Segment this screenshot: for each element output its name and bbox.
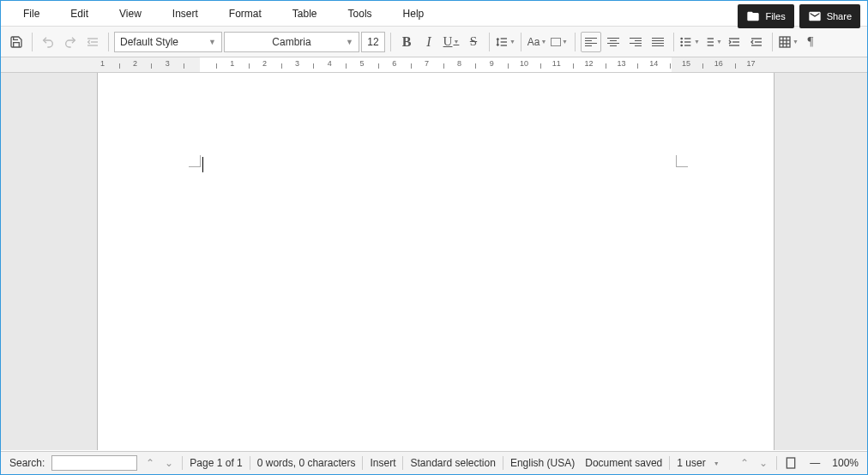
align-right-button[interactable] bbox=[625, 32, 646, 52]
word-count[interactable]: 0 words, 0 characters bbox=[257, 457, 356, 469]
separator bbox=[32, 33, 33, 51]
share-button[interactable]: Share bbox=[799, 4, 860, 28]
chevron-down-icon: ▼ bbox=[716, 39, 722, 45]
save-button[interactable] bbox=[6, 32, 27, 52]
chevron-down-icon: ▼ bbox=[346, 38, 353, 46]
menu-table[interactable]: Table bbox=[277, 8, 333, 20]
selection-mode[interactable]: Standard selection bbox=[410, 457, 495, 469]
separator bbox=[673, 33, 674, 51]
align-center-icon bbox=[607, 38, 619, 46]
paragraph-marks-button[interactable]: ¶ bbox=[800, 32, 821, 52]
document-page[interactable] bbox=[97, 73, 775, 450]
ruler-tick bbox=[702, 63, 703, 69]
svg-rect-22 bbox=[780, 37, 790, 47]
ruler-tick bbox=[184, 63, 184, 69]
line-spacing-button[interactable]: ▼ bbox=[495, 32, 515, 52]
italic-button[interactable]: I bbox=[419, 32, 439, 52]
font-size-combo[interactable]: 12 bbox=[361, 32, 385, 52]
ruler-number: 2 bbox=[133, 59, 137, 68]
case-button[interactable]: Aa▼ bbox=[527, 32, 547, 52]
page-up-button[interactable]: ⌃ bbox=[738, 457, 750, 469]
indent-dec-button[interactable] bbox=[746, 32, 767, 52]
menu-format[interactable]: Format bbox=[214, 8, 277, 20]
ruler-tick bbox=[573, 63, 574, 69]
user-count[interactable]: 1 user bbox=[677, 457, 705, 469]
underline-button[interactable]: U▼ bbox=[441, 32, 461, 52]
number-list-button[interactable]: ▼ bbox=[702, 32, 722, 52]
zoom-level[interactable]: 100% bbox=[832, 457, 859, 469]
highlight-icon bbox=[551, 38, 561, 46]
number-list-icon bbox=[702, 35, 715, 49]
zoom-out-button[interactable]: — bbox=[805, 457, 825, 469]
page-layout-icon[interactable] bbox=[784, 456, 798, 470]
bullet-list-button[interactable]: ▼ bbox=[679, 32, 700, 52]
menu-edit[interactable]: Edit bbox=[55, 8, 104, 20]
ruler-active-area bbox=[200, 57, 672, 72]
ruler-number: 1 bbox=[230, 59, 234, 68]
paragraph-style-combo[interactable]: Default Style ▼ bbox=[114, 32, 222, 52]
page-info[interactable]: Page 1 of 1 bbox=[190, 457, 242, 469]
svg-rect-27 bbox=[787, 458, 795, 468]
separator bbox=[772, 33, 773, 51]
bold-button[interactable]: B bbox=[396, 32, 417, 52]
ruler-tick bbox=[735, 63, 736, 69]
menu-tools[interactable]: Tools bbox=[333, 8, 388, 20]
margin-corner-tr bbox=[676, 155, 688, 167]
insert-mode[interactable]: Insert bbox=[370, 457, 395, 469]
ruler-tick bbox=[281, 63, 282, 69]
align-justify-icon bbox=[652, 38, 664, 46]
align-center-button[interactable] bbox=[603, 32, 624, 52]
ruler-number: 1 bbox=[100, 59, 105, 68]
separator bbox=[250, 456, 250, 470]
ruler-number: 8 bbox=[457, 59, 461, 68]
page-down-button[interactable]: ⌄ bbox=[757, 457, 769, 469]
chevron-down-icon: ▼ bbox=[562, 39, 568, 45]
outdent-button[interactable] bbox=[82, 32, 103, 52]
share-label: Share bbox=[827, 11, 852, 21]
ruler-tick bbox=[216, 63, 217, 69]
size-value: 12 bbox=[367, 36, 378, 48]
align-left-button[interactable] bbox=[581, 32, 601, 52]
ruler-tick bbox=[411, 63, 412, 69]
table-icon bbox=[778, 35, 792, 49]
ruler-tick bbox=[670, 63, 671, 69]
menu-view[interactable]: View bbox=[104, 8, 157, 20]
redo-button[interactable] bbox=[60, 32, 81, 52]
undo-icon bbox=[41, 35, 55, 49]
bullet-list-icon bbox=[679, 35, 693, 49]
ruler-tick bbox=[249, 63, 250, 69]
font-name-combo[interactable]: Cambria ▼ bbox=[224, 32, 359, 52]
style-value: Default Style bbox=[120, 36, 178, 48]
table-button[interactable]: ▼ bbox=[778, 32, 799, 52]
text-cursor bbox=[202, 157, 203, 172]
separator bbox=[108, 33, 109, 51]
chevron-down-icon: ▼ bbox=[694, 39, 700, 45]
separator bbox=[182, 456, 183, 470]
menu-insert[interactable]: Insert bbox=[157, 8, 214, 20]
chevron-down-icon: ▼ bbox=[509, 39, 515, 45]
strikethrough-button[interactable]: S bbox=[463, 32, 484, 52]
horizontal-ruler[interactable]: 3211234567891011121314151617 bbox=[1, 57, 867, 73]
indent-inc-button[interactable] bbox=[724, 32, 744, 52]
highlight-button[interactable]: ▼ bbox=[549, 32, 570, 52]
mail-icon bbox=[808, 9, 822, 23]
menu-help[interactable]: Help bbox=[388, 8, 440, 20]
statusbar: Search: ⌃ ⌄ Page 1 of 1 0 words, 0 chara… bbox=[1, 451, 867, 474]
align-right-icon bbox=[630, 38, 642, 46]
font-value: Cambria bbox=[272, 36, 310, 48]
separator bbox=[390, 33, 391, 51]
language[interactable]: English (USA) bbox=[510, 457, 575, 469]
ruler-tick bbox=[119, 63, 120, 69]
undo-button[interactable] bbox=[38, 32, 58, 52]
outdent-icon bbox=[86, 35, 99, 49]
search-next-button[interactable]: ⌄ bbox=[163, 457, 175, 469]
menu-file[interactable]: File bbox=[8, 8, 55, 20]
search-input[interactable] bbox=[51, 455, 137, 471]
search-prev-button[interactable]: ⌃ bbox=[144, 457, 156, 469]
ruler-number: 15 bbox=[682, 59, 690, 68]
align-justify-button[interactable] bbox=[648, 32, 668, 52]
ruler-number: 3 bbox=[166, 59, 170, 68]
ruler-number: 7 bbox=[425, 59, 429, 68]
files-button[interactable]: Files bbox=[738, 4, 793, 28]
separator bbox=[402, 456, 403, 470]
